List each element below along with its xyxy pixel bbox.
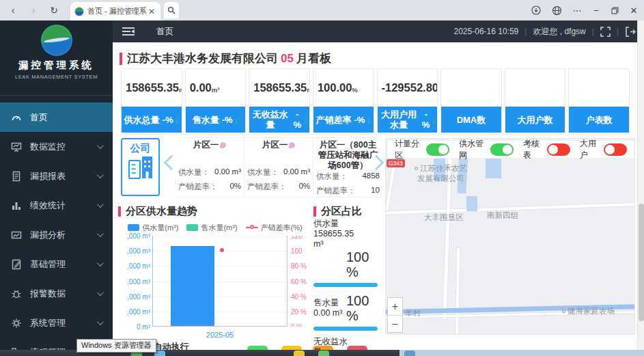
fullscreen-icon[interactable] — [600, 27, 611, 37]
sidebar-item-home[interactable]: 首页 — [0, 102, 113, 132]
toggle-metering-zone[interactable] — [426, 143, 449, 156]
map[interactable]: 计量分区 供水管网 考核表 大用户 G343 江苏佳禾农艺发展有限公司 大丰围垦… — [385, 138, 635, 335]
sidebar-item-performance-stats[interactable]: 绩效统计 — [0, 191, 113, 220]
kpi-card-meter-count: 户表数 — [568, 68, 630, 133]
toggle-pipe-network[interactable] — [490, 143, 514, 156]
gear-icon — [11, 318, 22, 329]
bar-supply[interactable] — [171, 246, 214, 326]
app-header: 首页 2025-06-16 10:59 | 欢迎您 , dfgsw | | — [113, 20, 644, 42]
taskbar-icon[interactable] — [294, 351, 305, 356]
collapse-menu-icon[interactable] — [122, 27, 135, 36]
browser-tab[interactable]: 首页 - 漏控管理系统 ✕ — [70, 2, 160, 20]
kpi-card-nonrevenue: 158655.35m³ 无收益水量-%↓ — [249, 68, 310, 133]
legend-line-pink — [246, 227, 258, 228]
kpi-button-big-user-count[interactable]: 大用户数 — [505, 107, 565, 133]
close-icon[interactable]: ✕ — [624, 0, 644, 20]
sidebar-item-basic-management[interactable]: 基础管理 — [0, 249, 113, 279]
legend-sold[interactable]: 售水量(m³) — [186, 223, 237, 233]
kpi-button-supply-total[interactable]: 供水总量-%↓ — [122, 107, 182, 133]
kpi-button-sold[interactable]: 售水量-%↓ — [186, 107, 246, 133]
barchart-icon — [11, 200, 22, 211]
taskbar-tooltip: Windows 资源管理器 — [76, 339, 156, 353]
taskbar-icon[interactable] — [404, 351, 415, 356]
back-icon[interactable]: ‹ — [5, 3, 20, 18]
region-card[interactable]: 片区一（800主管压站和海融广场600管） 供水量：4858 产销差率：10 — [313, 138, 382, 197]
sidebar-item-leak-analysis[interactable]: 漏损分析 — [0, 220, 113, 249]
toggle-assessment-meter[interactable] — [547, 143, 570, 156]
datetime: 2025-06-16 10:59 — [454, 27, 519, 36]
chevron-down-icon — [97, 172, 104, 178]
toggle-big-user[interactable] — [604, 143, 627, 156]
download-icon[interactable] — [526, 0, 546, 20]
kpi-button-nonrevenue[interactable]: 无收益水量-%↓ — [249, 107, 309, 133]
browser-titlebar: ‹ › ↻ 首页 - 漏控管理系统 ✕ ⋯ − ✕ — [0, 0, 644, 20]
scrollbar-thumb[interactable] — [639, 204, 644, 321]
legend-swatch-teal — [186, 224, 198, 231]
region-card[interactable]: 片区一 供水量：0.00 m³ 产销差率：0% — [176, 138, 244, 197]
map-layer-toggles: 计量分区 供水管网 考核表 大用户 — [387, 140, 634, 159]
logout-icon[interactable] — [625, 27, 636, 37]
globe-icon[interactable] — [546, 0, 567, 20]
map-label-area1: 大丰围垦区 — [424, 213, 464, 223]
monitor-icon — [11, 141, 22, 152]
progress-bar — [313, 327, 378, 331]
tab-title: 首页 - 漏控管理系统 — [87, 6, 147, 16]
chevron-down-icon — [97, 260, 104, 266]
minimize-icon[interactable]: − — [586, 0, 606, 20]
sidebar-item-data-monitor[interactable]: 数据监控 — [0, 132, 113, 161]
zoom-out-button[interactable]: − — [388, 315, 402, 332]
tab-close-icon[interactable]: ✕ — [147, 7, 156, 16]
restore-icon[interactable] — [604, 0, 625, 20]
x-axis-label: 2025-05 — [152, 331, 288, 339]
map-label-area3: 羊村 — [405, 308, 421, 318]
toggle-label: 考核表 — [523, 138, 544, 161]
chevron-down-icon — [97, 230, 104, 237]
zoom-in-button[interactable]: + — [388, 298, 402, 315]
toggle-label: 计量分区 — [395, 138, 423, 161]
chevron-down-icon — [97, 289, 104, 296]
kpi-button-meter-count[interactable]: 户表数 — [569, 107, 629, 133]
sidebar: 漏控管理系统 LEAK MANAGEMENT SYSTEM 首页 数据监控 漏损… — [0, 20, 113, 356]
board-title: 江苏大丰港水务发展有限公司 05 月看板 — [120, 51, 331, 66]
trend-section-title: 分区供水量趋势 — [118, 205, 197, 218]
kpi-button-nrw-rate[interactable]: 产销差率-%↓ — [313, 107, 374, 133]
kpi-card-dma-count: DMA数 — [440, 68, 502, 133]
region-card[interactable]: 片区一 供水量：0.00 m³ 产销差率：0% — [244, 138, 313, 197]
tab-home[interactable]: 首页 — [151, 23, 179, 40]
legend-rate[interactable]: 产销差率(%) — [246, 223, 303, 233]
kpi-button-big-user[interactable]: 大用户用水量-%↓ — [378, 107, 438, 133]
map-label-company: 江苏佳禾农艺发展有限公司 — [415, 163, 467, 184]
region-carousel: 片区一 供水量：0.00 m³ 产销差率：0% 片区一 供水量：0.00 m³ … — [176, 137, 382, 197]
rate-point[interactable] — [220, 248, 224, 252]
page-scrollbar[interactable] — [637, 20, 644, 356]
gauge-icon — [11, 112, 22, 123]
legend-supply[interactable]: 供水量(m³) — [128, 223, 178, 233]
welcome-user: 欢迎您 , dfgsw — [533, 26, 585, 38]
sidebar-item-leak-report[interactable]: 漏损报表 — [0, 161, 113, 191]
app-window: ‹ › ↻ 首页 - 漏控管理系统 ✕ ⋯ − ✕ 首页 2025-06-16 … — [0, 0, 644, 356]
chevron-down-icon — [97, 318, 104, 325]
sidebar-item-system-management[interactable]: 系统管理 — [0, 308, 113, 338]
plot-area — [152, 236, 288, 327]
search-tabs-button[interactable] — [164, 2, 179, 18]
chevron-down-icon — [97, 142, 104, 149]
arrow-down-icon: ↓ — [234, 115, 239, 125]
forward-icon[interactable]: › — [26, 3, 41, 18]
taskbar-icon[interactable] — [318, 351, 329, 356]
browser-menu-icon[interactable]: ⋯ — [567, 0, 587, 20]
app-subtitle: LEAK MANAGEMENT SYSTEM — [0, 74, 113, 80]
trend-chart: ,000 m³,000 m³,000 m³,000 m³,000 m³,000 … — [118, 232, 312, 345]
share-item-sold: 售水量0.00 m³ 100 % — [313, 293, 378, 331]
sidebar-item-alarm-data[interactable]: 报警数据 — [0, 279, 113, 308]
kpi-card-big-user: -129552.80m³ 大用户用水量-%↓ — [377, 68, 438, 133]
analysis-icon — [11, 230, 22, 241]
kpi-row: 158655.35m³ 供水总量-%↓ 0.00m³ 售水量-%↓ 158655… — [121, 68, 630, 133]
share-item-supply: 供水量158655.35m³ 100 % — [313, 219, 378, 287]
app-title: 漏控管理系统 — [0, 59, 113, 72]
favicon — [74, 7, 84, 16]
company-card[interactable]: 公司 — [121, 138, 160, 196]
board-suffix: 月看板 — [296, 51, 331, 66]
kpi-button-dma-count[interactable]: DMA数 — [441, 107, 501, 133]
y-axis-left: ,000 m³,000 m³,000 m³,000 m³,000 m³,000 … — [118, 236, 150, 327]
refresh-icon[interactable]: ↻ — [46, 3, 61, 18]
